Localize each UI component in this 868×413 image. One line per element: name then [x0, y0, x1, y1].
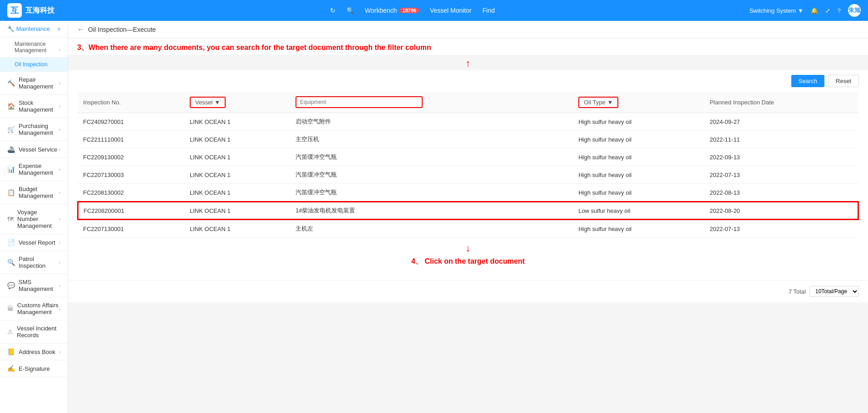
toolbar: Search Reset [77, 75, 859, 87]
cell-planned-date: 2022-07-13 [704, 166, 858, 184]
sidebar-item-maintenance[interactable]: 🔧 Maintenance ∨ [0, 21, 68, 37]
sidebar-item-voyage-number-management[interactable]: 🗺 Voyage Number Management › [0, 204, 68, 234]
cell-oil-type: High sulfur heavy oil [573, 184, 704, 202]
top-nav: 互 互海科技 ↻ 🔍 Workbench 18796 Vessel Monito… [0, 0, 868, 21]
search-button[interactable]: Search [791, 75, 824, 87]
table-row[interactable]: FC2409270001LINK OCEAN 1启动空气附件High sulfu… [78, 113, 858, 131]
nav-search-icon[interactable]: 🔍 [346, 7, 354, 14]
cell-oil-type: Low sulfur heavy oil [573, 202, 704, 220]
nav-right: Switching System ▼ 🔔 ⤢ ? 朱旭 [750, 4, 861, 17]
purchasing-chevron: › [59, 127, 60, 132]
vessel-service-icon: 🚢 [7, 146, 15, 153]
sidebar-item-vessel-incident[interactable]: ⚠ Vessel Incident Records [0, 320, 68, 344]
nav-find[interactable]: Find [483, 7, 495, 14]
table-row[interactable]: FC2208130002LINK OCEAN 1汽笛缓冲空气瓶High sulf… [78, 184, 858, 202]
expand-icon[interactable]: ⤢ [825, 7, 830, 14]
table-row[interactable]: FC2211110001LINK OCEAN 1主空压机High sulfur … [78, 131, 858, 148]
sidebar-item-address-book[interactable]: 📒 Address Book › [0, 344, 68, 360]
reset-button[interactable]: Reset [828, 75, 859, 87]
cell-oil-type: High sulfur heavy oil [573, 220, 704, 238]
table-body: FC2409270001LINK OCEAN 1启动空气附件High sulfu… [78, 113, 858, 238]
sms-icon: 💬 [7, 282, 15, 289]
cell-inspection-no: FC2208130002 [78, 184, 184, 202]
workbench-badge: 18796 [399, 8, 419, 13]
cell-equipment: 主机左 [290, 220, 573, 238]
cell-inspection-no: FC2209130002 [78, 148, 184, 166]
cell-planned-date: 2022-08-20 [704, 202, 858, 220]
table-row[interactable]: FC2208200001LINK OCEAN 11#柴油发电机发电装置Low s… [78, 202, 858, 220]
arrow-down: ↓ [466, 242, 471, 254]
bell-icon[interactable]: 🔔 [811, 7, 818, 14]
nav-workbench[interactable]: Workbench 18796 [365, 7, 419, 14]
back-button[interactable]: ← [77, 25, 84, 34]
cell-planned-date: 2022-08-13 [704, 184, 858, 202]
page-title: Oil Inspection—Execute [88, 26, 156, 33]
cell-planned-date: 2022-11-11 [704, 131, 858, 148]
sidebar-item-customs-affairs[interactable]: 🏛 Customs Affairs Management › [0, 297, 68, 320]
col-vessel: Vessel ▼ [184, 92, 290, 113]
maintenance-icon: 🔧 [7, 25, 15, 32]
app-logo[interactable]: 互 互海科技 [7, 3, 75, 18]
col-equipment [290, 92, 573, 113]
voyage-icon: 🗺 [7, 216, 14, 223]
switching-system-btn[interactable]: Switching System ▼ [750, 7, 804, 14]
layout: 🔧 Maintenance ∨ Maintenance Management ›… [0, 21, 868, 413]
cell-inspection-no: FC2207130003 [78, 166, 184, 184]
sidebar-item-e-signature[interactable]: ✍ E-Signature [0, 360, 68, 377]
patrol-icon: 🔍 [7, 259, 15, 266]
cell-oil-type: High sulfur heavy oil [573, 131, 704, 148]
cell-vessel: LINK OCEAN 1 [184, 220, 290, 238]
sidebar-item-patrol-inspection[interactable]: 🔍 Patrol Inspection › [0, 251, 68, 274]
user-avatar[interactable]: 朱旭 [848, 4, 861, 17]
cell-inspection-no: FC2409270001 [78, 113, 184, 131]
cell-equipment: 汽笛缓冲空气瓶 [290, 166, 573, 184]
table-footer: 7 Total 10Total/Page [68, 280, 868, 302]
maintenance-chevron: ∨ [57, 26, 60, 31]
table-row[interactable]: FC2207130003LINK OCEAN 1汽笛缓冲空气瓶High sulf… [78, 166, 858, 184]
budget-chevron: › [59, 190, 60, 195]
cell-vessel: LINK OCEAN 1 [184, 166, 290, 184]
col-planned-date: Planned Inspection Date [704, 92, 858, 113]
budget-icon: 📋 [7, 189, 15, 196]
sidebar-item-maintenance-management[interactable]: Maintenance Management › [0, 37, 68, 58]
nav-vessel-monitor[interactable]: Vessel Monitor [430, 7, 472, 14]
oil-type-filter-dropdown[interactable]: Oil Type ▼ [578, 97, 618, 108]
page-header: ← Oil Inspection—Execute [68, 21, 868, 39]
sidebar-item-stock-management[interactable]: 🏠 Stock Management › [0, 95, 68, 118]
sidebar-item-vessel-service[interactable]: 🚢 Vessel Service › [0, 141, 68, 158]
cell-vessel: LINK OCEAN 1 [184, 131, 290, 148]
vessel-report-chevron: › [59, 240, 60, 245]
sidebar-item-vessel-report[interactable]: 📄 Vessel Report › [0, 234, 68, 251]
cell-equipment: 主空压机 [290, 131, 573, 148]
voyage-chevron: › [59, 216, 60, 221]
address-icon: 📒 [7, 348, 15, 355]
table-area: Search Reset Inspection No. Vessel ▼ [68, 70, 868, 280]
sidebar-item-oil-inspection[interactable]: Oil Inspection [0, 58, 68, 72]
help-icon[interactable]: ? [838, 7, 841, 14]
sidebar-item-expense-management[interactable]: 📊 Expense Management › [0, 158, 68, 181]
vessel-filter-dropdown[interactable]: Vessel ▼ [190, 97, 226, 108]
sms-chevron: › [59, 283, 60, 288]
vessel-report-icon: 📄 [7, 239, 15, 246]
esig-icon: ✍ [7, 365, 15, 372]
sidebar-item-purchasing-management[interactable]: 🛒 Purchasing Management › [0, 118, 68, 141]
main-content: ← Oil Inspection—Execute 3、When there ar… [68, 21, 868, 413]
data-table: Inspection No. Vessel ▼ [77, 92, 859, 238]
sidebar-item-repair-management[interactable]: 🔨 Repair Management › [0, 72, 68, 95]
table-row[interactable]: FC2209130002LINK OCEAN 1汽笛缓冲空气瓶High sulf… [78, 148, 858, 166]
table-header-row: Inspection No. Vessel ▼ [78, 92, 858, 113]
page-size-select[interactable]: 10Total/Page [809, 286, 859, 297]
sidebar-item-sms-management[interactable]: 💬 SMS Management › [0, 274, 68, 297]
cell-planned-date: 2022-07-13 [704, 220, 858, 238]
arrow-up: ↑ [68, 58, 868, 69]
nav-refresh[interactable]: ↻ [330, 7, 335, 14]
table-row[interactable]: FC2207130001LINK OCEAN 1主机左High sulfur h… [78, 220, 858, 238]
cell-inspection-no: FC2207130001 [78, 220, 184, 238]
cell-vessel: LINK OCEAN 1 [184, 184, 290, 202]
sidebar-item-budget-management[interactable]: 📋 Budget Management › [0, 181, 68, 204]
sidebar: 🔧 Maintenance ∨ Maintenance Management ›… [0, 21, 68, 413]
annotation-top: 3、When there are many documents, you can… [68, 39, 868, 55]
annotation-bottom: 4、 Click on the target document [411, 254, 525, 271]
equipment-filter-input[interactable] [296, 96, 423, 108]
customs-icon: 🏛 [7, 305, 14, 312]
